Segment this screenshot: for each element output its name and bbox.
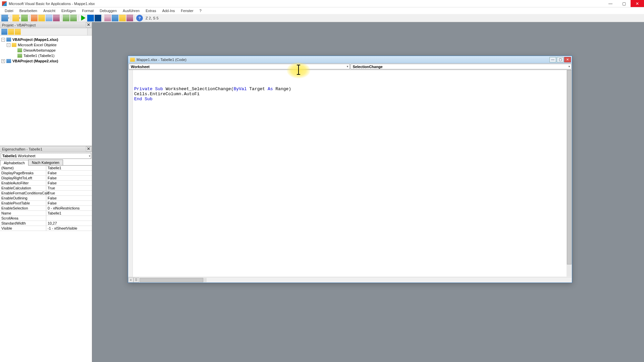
property-row[interactable]: DisplayPageBreaksFalse — [0, 171, 92, 176]
property-value[interactable] — [46, 216, 92, 221]
tree-label: Tabelle1 (Tabelle1) — [23, 54, 54, 58]
property-row[interactable]: NameTabelle1 — [0, 211, 92, 216]
menu-bearbeiten[interactable]: Bearbeiten — [17, 8, 40, 13]
property-value[interactable]: Tabelle1 — [46, 211, 92, 216]
object-dropdown[interactable]: Worksheet ▾ — [128, 64, 350, 69]
maximize-button[interactable]: ▢ — [617, 0, 631, 7]
menu-debuggen[interactable]: Debuggen — [97, 8, 119, 13]
code-editor[interactable]: Private Sub Worksheet_SelectionChange(By… — [128, 70, 572, 277]
property-row[interactable]: StandardWidth10,27 — [0, 221, 92, 226]
collapse-icon[interactable]: − — [1, 38, 5, 42]
menu-extras[interactable]: Extras — [143, 8, 159, 13]
break-button[interactable] — [87, 15, 94, 21]
tree-folder[interactable]: − Microsoft Excel Objekte — [1, 42, 91, 48]
property-row[interactable]: EnableAutoFilterFalse — [0, 181, 92, 186]
property-value[interactable]: True — [46, 191, 92, 195]
properties-grid[interactable]: (Name)Tabelle1DisplayPageBreaksFalseDisp… — [0, 166, 92, 362]
property-row[interactable]: EnableFormatConditionsCalcTrue — [0, 191, 92, 196]
view-code-button[interactable] — [1, 29, 7, 35]
project-tree[interactable]: − VBAProject (Mappe1.xlsx) − Microsoft E… — [0, 36, 92, 146]
view-excel-button[interactable] — [1, 15, 8, 21]
object-browser-button[interactable] — [126, 15, 133, 21]
menu-ausfuehren[interactable]: Ausführen — [120, 8, 142, 13]
property-row[interactable]: EnableOutliningFalse — [0, 196, 92, 201]
menu-format[interactable]: Format — [79, 8, 96, 13]
procedure-view-button[interactable]: ≡ — [128, 278, 133, 283]
property-value[interactable]: False — [46, 171, 92, 175]
full-module-view-button[interactable]: ☰ — [133, 278, 139, 283]
properties-object-selector[interactable]: Tabelle1 Worksheet ▾ — [1, 153, 91, 159]
code-window-close-button[interactable]: ✕ — [564, 57, 571, 62]
procedure-dropdown[interactable]: SelectionChange ▾ — [351, 64, 572, 69]
code-window-maximize-button[interactable]: ▢ — [557, 57, 564, 62]
property-value[interactable]: True — [46, 186, 92, 190]
property-row[interactable]: Visible-1 - xlSheetVisible — [0, 226, 92, 231]
reset-button[interactable] — [95, 15, 101, 21]
code-window-minimize-button[interactable]: — — [549, 57, 556, 62]
property-row[interactable]: (Name)Tabelle1 — [0, 166, 92, 171]
separator — [11, 15, 11, 21]
scrollbar-thumb[interactable] — [140, 278, 203, 282]
left-panels: Projekt - VBAProject ✕ − VBAProject (Map… — [0, 22, 92, 362]
property-row[interactable]: EnablePivotTableFalse — [0, 201, 92, 206]
property-value[interactable]: Tabelle1 — [46, 166, 92, 170]
property-row[interactable]: EnableSelection0 - xlNoRestrictions — [0, 206, 92, 211]
properties-panel-close-icon[interactable]: ✕ — [86, 146, 91, 152]
tree-item-workbook[interactable]: DieseArbeitsmappe — [1, 48, 91, 53]
view-object-button[interactable] — [8, 29, 14, 35]
property-value[interactable]: False — [46, 176, 92, 180]
scrollbar-thumb[interactable] — [567, 70, 572, 264]
tree-item-sheet[interactable]: Tabelle1 (Tabelle1) — [1, 53, 91, 58]
project-toolbar — [0, 28, 92, 36]
copy-button[interactable] — [38, 15, 45, 21]
menu-fenster[interactable]: Fenster — [178, 8, 196, 13]
menu-addins[interactable]: Add-Ins — [159, 8, 177, 13]
menu-help[interactable]: ? — [197, 8, 204, 13]
menu-ansicht[interactable]: Ansicht — [41, 8, 58, 13]
property-value[interactable]: 0 - xlNoRestrictions — [46, 206, 92, 210]
cut-button[interactable] — [31, 15, 38, 21]
paste-button[interactable] — [46, 15, 52, 21]
property-value[interactable]: False — [46, 196, 92, 200]
dropdown-arrow-icon[interactable]: ▾ — [19, 17, 20, 19]
property-value[interactable]: False — [46, 181, 92, 185]
tab-nach-kategorien[interactable]: Nach Kategorien — [28, 160, 63, 165]
find-button[interactable] — [53, 15, 60, 21]
toggle-folders-button[interactable] — [15, 29, 21, 35]
tree-label: VBAProject (Mappe1.xlsx) — [12, 38, 58, 42]
vertical-scrollbar[interactable] — [567, 70, 572, 277]
minimize-button[interactable]: — — [604, 0, 617, 7]
project-panel-close-icon[interactable]: ✕ — [86, 22, 91, 27]
property-value[interactable]: 10,27 — [46, 221, 92, 226]
design-mode-button[interactable] — [104, 15, 111, 21]
help-button[interactable]: ? — [136, 15, 143, 21]
properties-button[interactable] — [119, 15, 126, 21]
toolbar: ▾ ▾ ? Z 2, S 5 — [0, 14, 644, 22]
close-button[interactable]: ✕ — [631, 0, 644, 7]
horizontal-scrollbar[interactable] — [140, 278, 207, 282]
property-value[interactable]: False — [46, 201, 92, 205]
save-button[interactable] — [21, 15, 28, 21]
cursor-position-text: Z 2, S 5 — [144, 16, 161, 20]
insert-button[interactable] — [12, 15, 19, 21]
tab-alphabetisch[interactable]: Alphabetisch — [0, 160, 29, 166]
tree-project-2[interactable]: + VBAProject (Mappe2.xlsx) — [1, 58, 91, 64]
tree-project-1[interactable]: − VBAProject (Mappe1.xlsx) — [1, 37, 91, 42]
property-row[interactable]: EnableCalculationTrue — [0, 186, 92, 191]
expand-icon[interactable]: + — [1, 59, 5, 63]
code-window-title-text: Mappe1.xlsx - Tabelle1 (Code) — [137, 58, 186, 62]
dropdown-arrow-icon[interactable]: ▾ — [8, 17, 9, 19]
code-window-titlebar[interactable]: Mappe1.xlsx - Tabelle1 (Code) — ▢ ✕ — [128, 56, 572, 63]
redo-button[interactable] — [70, 15, 77, 21]
project-explorer: Projekt - VBAProject ✕ − VBAProject (Map… — [0, 22, 92, 146]
collapse-icon[interactable]: − — [7, 43, 10, 47]
project-explorer-button[interactable] — [112, 15, 118, 21]
menu-datei[interactable]: Datei — [2, 8, 16, 13]
worksheet-icon — [17, 54, 22, 58]
undo-button[interactable] — [63, 15, 69, 21]
property-value[interactable]: -1 - xlSheetVisible — [46, 226, 92, 231]
property-row[interactable]: DisplayRightToLeftFalse — [0, 176, 92, 181]
menu-einfuegen[interactable]: Einfügen — [59, 8, 78, 13]
property-row[interactable]: ScrollArea — [0, 216, 92, 221]
run-button[interactable] — [80, 15, 87, 21]
